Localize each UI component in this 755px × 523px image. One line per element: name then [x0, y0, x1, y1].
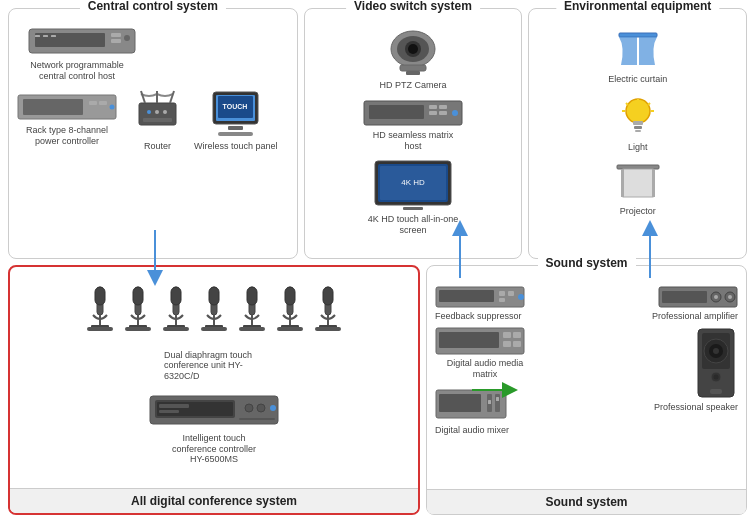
feedback-suppressor-item: Feedback suppressor	[435, 286, 584, 322]
svg-point-125	[713, 348, 719, 354]
ptz-camera-label: HD PTZ Camera	[379, 80, 446, 91]
svg-rect-105	[499, 291, 505, 296]
central-control-title: Central control system	[80, 0, 226, 13]
env-equipment-panel: Environmental equipment Electric curtain	[528, 8, 747, 259]
svg-rect-11	[99, 101, 107, 105]
svg-rect-7	[51, 35, 56, 37]
svg-rect-80	[247, 287, 257, 305]
svg-line-14	[141, 91, 145, 103]
svg-rect-104	[439, 290, 494, 302]
curtain-icon	[615, 29, 661, 71]
pro-speaker-label: Professional speaker	[654, 402, 738, 413]
sound-system-bottom-title: Sound system	[427, 489, 746, 514]
curtain-label: Electric curtain	[608, 74, 667, 85]
svg-rect-90	[323, 287, 333, 305]
env-equipment-title: Environmental equipment	[556, 0, 719, 13]
central-bottom-row: Rack type 8-channel power controller	[17, 88, 289, 152]
feedback-suppressor-label: Feedback suppressor	[435, 311, 522, 322]
touch-screen-label: 4K HD touch all-in-one screen	[363, 214, 463, 236]
router-item: Router	[135, 88, 180, 152]
mic6-icon	[273, 283, 307, 339]
digital-mixer-label: Digital audio mixer	[435, 425, 509, 436]
svg-rect-106	[508, 291, 514, 296]
matrix-host-icon	[363, 99, 463, 127]
svg-rect-53	[634, 126, 642, 129]
pro-amplifier-icon	[658, 286, 738, 308]
main-container: Central control system Network programm	[0, 0, 755, 523]
video-switch-title: Video switch system	[346, 0, 480, 13]
conference-system-panel: Dual diaphragm touch conference unit HY-…	[8, 265, 420, 516]
svg-rect-25	[228, 126, 243, 130]
svg-rect-32	[406, 71, 420, 75]
svg-rect-54	[635, 130, 641, 132]
pro-speaker-item: Professional speaker	[589, 327, 738, 413]
mic3-icon	[159, 283, 193, 339]
network-host-icon	[27, 25, 137, 57]
svg-rect-107	[499, 298, 505, 302]
svg-rect-83	[239, 327, 265, 331]
svg-point-46	[626, 99, 650, 123]
svg-point-12	[110, 105, 115, 110]
svg-rect-110	[662, 291, 707, 303]
video-switch-inner: HD PTZ Camera HD seamless matrix host	[313, 25, 514, 236]
env-equipment-inner: Electric curtain	[537, 25, 738, 216]
network-host-item: Network programmable central control hos…	[17, 25, 289, 82]
ptz-camera-icon	[378, 29, 448, 77]
svg-rect-128	[710, 389, 722, 394]
svg-point-18	[155, 110, 159, 114]
svg-rect-37	[429, 111, 437, 115]
svg-rect-2	[111, 33, 121, 37]
video-switch-panel: Video switch system HD PTZ Camera	[304, 8, 523, 259]
rack-power-icon	[17, 92, 117, 122]
pro-speaker-icon	[694, 327, 738, 399]
svg-rect-118	[513, 332, 521, 338]
sound-system-inner: Feedback suppressor Professional amplifi…	[435, 282, 738, 436]
digital-matrix-icon	[435, 327, 525, 355]
svg-rect-70	[171, 287, 181, 305]
svg-rect-45	[619, 33, 657, 37]
pro-amplifier-label: Professional amplifier	[652, 311, 738, 322]
light-icon	[620, 95, 656, 139]
sound-system-panel: Sound system Feedback suppressor	[426, 265, 747, 516]
matrix-host-item: HD seamless matrix host	[363, 99, 463, 152]
router-label: Router	[144, 141, 171, 152]
controller-icon	[149, 394, 279, 430]
svg-rect-120	[513, 341, 521, 347]
svg-rect-9	[23, 99, 83, 115]
svg-rect-65	[133, 287, 143, 305]
svg-rect-5	[35, 35, 40, 37]
central-control-panel: Central control system Network programm	[8, 8, 298, 259]
svg-rect-38	[439, 111, 447, 115]
digital-matrix-item: Digital audio media matrix	[435, 327, 584, 380]
ptz-camera-item: HD PTZ Camera	[378, 29, 448, 91]
svg-rect-93	[315, 327, 341, 331]
svg-rect-56	[623, 169, 653, 197]
svg-rect-117	[503, 332, 511, 338]
svg-rect-26	[218, 132, 253, 136]
svg-rect-60	[95, 287, 105, 305]
wireless-panel-item: TOUCH Wireless touch panel	[194, 88, 278, 152]
svg-rect-10	[89, 101, 97, 105]
touch-screen-icon: 4K HD	[373, 159, 453, 211]
svg-point-99	[245, 404, 253, 412]
mic-unit-label: Dual diaphragm touch conference unit HY-…	[164, 350, 264, 382]
svg-rect-52	[633, 121, 643, 125]
digital-matrix-label: Digital audio media matrix	[435, 358, 535, 380]
mic-row	[83, 283, 345, 339]
projector-item: Projector	[615, 163, 661, 217]
controller-item: Intelligent touch conference controller …	[149, 394, 279, 465]
svg-point-100	[257, 404, 265, 412]
svg-point-101	[270, 405, 276, 411]
controller-label: Intelligent touch conference controller …	[164, 433, 264, 465]
bottom-row: Dual diaphragm touch conference unit HY-…	[8, 265, 747, 516]
mic7-icon	[311, 283, 345, 339]
svg-text:TOUCH: TOUCH	[223, 103, 248, 110]
svg-rect-130	[439, 394, 481, 412]
top-row: Central control system Network programm	[8, 8, 747, 259]
svg-point-127	[714, 375, 719, 380]
svg-text:4K HD: 4K HD	[401, 178, 425, 187]
mic1-icon	[83, 283, 117, 339]
svg-rect-102	[239, 418, 275, 420]
svg-point-114	[728, 295, 732, 299]
svg-rect-35	[429, 105, 437, 109]
